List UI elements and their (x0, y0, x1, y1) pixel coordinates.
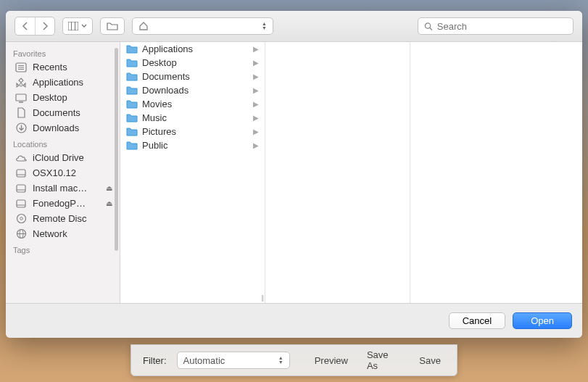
file-name: Downloads (142, 85, 249, 96)
eject-icon[interactable]: ⏏ (106, 184, 112, 192)
file-row[interactable]: Documents▶ (120, 70, 265, 83)
cancel-button[interactable]: Cancel (449, 312, 505, 329)
file-row[interactable]: Desktop▶ (120, 56, 265, 70)
sidebar-item-recents[interactable]: Recents (6, 59, 120, 75)
sidebar-item-documents[interactable]: Documents (6, 105, 120, 120)
filter-label: Filter: (143, 355, 167, 366)
file-row[interactable]: Music▶ (120, 111, 265, 125)
sidebar-item-label: Remote Disc (33, 213, 86, 224)
folder-icon (126, 141, 138, 150)
filter-select[interactable]: Automatic ▲▼ (177, 352, 290, 369)
sidebar-item-label: Documents (33, 107, 80, 118)
file-name: Music (142, 112, 249, 123)
sidebar-section-favorites: Favorites (6, 45, 120, 59)
updown-icon: ▲▼ (278, 356, 283, 365)
search-field[interactable] (418, 17, 573, 35)
svg-rect-0 (68, 22, 78, 30)
file-row[interactable]: Movies▶ (120, 97, 265, 111)
sidebar-item-network[interactable]: Network (6, 226, 120, 241)
sidebar-item-label: Desktop (33, 92, 67, 103)
svg-point-20 (20, 217, 22, 220)
sidebar-item-label: Applications (33, 77, 83, 88)
svg-rect-13 (17, 170, 25, 177)
svg-point-9 (20, 83, 22, 86)
optical-icon (15, 213, 28, 224)
square-list-icon (15, 62, 28, 72)
svg-point-19 (17, 215, 25, 223)
desktop-icon (15, 93, 28, 103)
navigate-up-button[interactable] (100, 17, 125, 35)
sidebar-item-desktop[interactable]: Desktop (6, 90, 120, 105)
folder-icon (126, 44, 138, 54)
svg-point-3 (425, 22, 430, 28)
chevron-right-icon (42, 22, 49, 30)
document-icon (15, 107, 28, 118)
filter-value: Automatic (183, 355, 274, 366)
column-view: Applications▶ Desktop▶ Documents▶ Downlo… (120, 42, 582, 303)
folder-icon (126, 72, 138, 81)
forward-button[interactable] (35, 17, 54, 35)
file-row[interactable]: Public▶ (120, 138, 265, 152)
sidebar-item-fonedog[interactable]: FonedogP… ⏏ (6, 196, 120, 211)
chevron-right-icon: ▶ (253, 45, 259, 53)
nav-buttons (15, 17, 55, 36)
disk-icon (15, 168, 28, 178)
file-name: Public (142, 140, 249, 151)
sidebar-section-locations: Locations (6, 136, 120, 150)
file-row[interactable]: Pictures▶ (120, 125, 265, 138)
file-row[interactable]: Downloads▶ (120, 83, 265, 97)
apps-icon (15, 78, 28, 88)
column-resize-handle[interactable]: || (261, 294, 263, 302)
sidebar-item-install-mac[interactable]: Install mac… ⏏ (6, 180, 120, 196)
sidebar-item-label: Network (33, 228, 67, 239)
sidebar-item-applications[interactable]: Applications (6, 75, 120, 90)
path-selector[interactable]: ▲▼ (132, 17, 273, 35)
sidebar: Favorites Recents Applications Desktop D… (6, 42, 120, 303)
toolbar: ▲▼ (6, 11, 582, 42)
cloud-icon (15, 154, 28, 162)
sidebar-item-label: Recents (33, 62, 67, 72)
column-1[interactable] (265, 42, 410, 303)
file-name: Movies (142, 99, 249, 109)
chevron-right-icon: ▶ (253, 114, 259, 122)
updown-icon: ▲▼ (262, 22, 267, 30)
disk-icon (15, 183, 28, 194)
chevron-left-icon (22, 22, 28, 30)
parent-window-toolbar: Filter: Automatic ▲▼ Preview Save As Sav… (131, 344, 457, 376)
chevron-right-icon: ▶ (253, 141, 259, 149)
back-button[interactable] (15, 17, 35, 35)
search-input[interactable] (437, 21, 567, 32)
home-icon (138, 21, 149, 31)
eject-icon[interactable]: ⏏ (106, 199, 112, 207)
column-2[interactable] (410, 42, 582, 303)
sidebar-item-osx[interactable]: OSX10.12 (6, 165, 120, 180)
folder-icon (126, 113, 138, 123)
chevron-right-icon: ▶ (253, 72, 259, 80)
sidebar-item-downloads[interactable]: Downloads (6, 120, 120, 136)
column-0[interactable]: Applications▶ Desktop▶ Documents▶ Downlo… (120, 42, 265, 303)
open-button[interactable]: Open (513, 312, 572, 329)
sidebar-item-label: OSX10.12 (33, 167, 76, 178)
file-name: Desktop (142, 57, 249, 68)
sidebar-item-remote-disc[interactable]: Remote Disc (6, 211, 120, 226)
file-name: Documents (142, 71, 249, 82)
download-icon (15, 123, 28, 133)
sidebar-item-icloud[interactable]: iCloud Drive (6, 150, 120, 165)
chevron-right-icon: ▶ (253, 100, 259, 108)
view-mode-selector[interactable] (62, 17, 93, 35)
save-button[interactable]: Save (415, 352, 445, 369)
sidebar-item-label: FonedogP… (33, 198, 86, 209)
folder-up-icon (107, 22, 118, 30)
save-as-button[interactable]: Save As (363, 346, 405, 374)
file-row[interactable]: Applications▶ (120, 42, 265, 56)
svg-rect-15 (17, 185, 25, 192)
chevron-down-icon (81, 24, 87, 28)
search-icon (424, 22, 433, 31)
svg-rect-10 (16, 94, 26, 101)
chevron-right-icon: ▶ (253, 59, 259, 67)
folder-icon (126, 58, 138, 67)
file-name: Pictures (142, 126, 249, 137)
preview-button[interactable]: Preview (310, 352, 352, 369)
open-dialog: ▲▼ Favorites Recents Applications Deskto… (6, 11, 582, 338)
file-name: Applications (142, 43, 249, 54)
